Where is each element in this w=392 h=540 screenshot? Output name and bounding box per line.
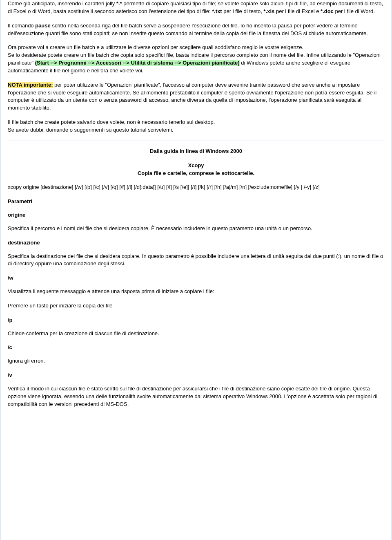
highlight-menu-path: (Start --> Programmi --> Accessori --> U… [35, 60, 240, 66]
text: Se avete dubbi, domande o suggerimenti s… [8, 127, 173, 133]
param-desc-destinazione: Specifica la destinazione dei file che s… [8, 253, 384, 268]
param-name-p: /p [8, 316, 384, 324]
divider [8, 141, 384, 141]
guide-subtitle: Copia file e cartelle, comprese le sotto… [138, 170, 254, 176]
paragraph-closing: Il file batch che create potete salvarlo… [8, 119, 384, 134]
document-body: Come già anticipato, inserendo i caratte… [0, 0, 392, 540]
syntax-line: xcopy origine [destinazione] [/w] [/p] [… [8, 184, 384, 191]
bold-text: pause [35, 22, 51, 29]
paragraph-pause: Il comando pause scritto nella seconda r… [8, 22, 384, 38]
param-desc-c: Ignora gli errori. [8, 357, 384, 365]
paragraph-try: Ora provate voi a creare un file batch e… [8, 44, 384, 74]
text: per poter utilizzare le "Operazioni pian… [8, 82, 376, 111]
bold-text: *.doc [321, 8, 334, 14]
highlight-nota: NOTA importante: [8, 82, 53, 88]
guide-heading: Dalla guida in linea di Windows 2000 [8, 148, 384, 155]
param-name-destinazione: destinazione [8, 239, 384, 247]
params-label: Parametri [8, 198, 384, 206]
text: scritto nella seconda riga del file batc… [8, 22, 368, 36]
param-desc-w-1: Visualizza il seguente messaggio e atten… [8, 288, 384, 296]
param-name-c: /c [8, 344, 384, 352]
param-desc-w-2: Premere un tasto per iniziare la copia d… [8, 302, 384, 310]
paragraph-nota: NOTA importante: per poter utilizzare le… [8, 81, 384, 112]
text: Il file batch che create potete salvarlo… [8, 119, 215, 125]
param-desc-v: Verifica il modo in cui ciascun file è s… [8, 385, 384, 408]
param-desc-p: Chiede conferma per la creazione di cias… [8, 330, 384, 338]
bold-text: *.xls [264, 8, 275, 14]
param-name-w: /w [8, 274, 384, 282]
bold-text: *.* [116, 0, 122, 7]
text: per i file di Excel e [274, 8, 321, 14]
param-desc-origine: Specifica il percorso e i nomi dei file … [8, 225, 384, 233]
param-name-v: /v [8, 372, 384, 379]
bold-text: *.txt [212, 8, 222, 14]
guide-title-block: Xcopy Copia file e cartelle, comprese le… [8, 162, 384, 177]
text: Il comando [8, 22, 35, 29]
paragraph-jolly: Come già anticipato, inserendo i caratte… [8, 0, 384, 16]
text: Come già anticipato, inserendo i caratte… [8, 0, 116, 7]
text: Ora provate voi a creare un file batch e… [8, 44, 303, 50]
guide-title: Xcopy [188, 162, 204, 168]
param-name-origine: origine [8, 211, 384, 219]
text: per i file di testo, [222, 8, 264, 14]
text: per i file di Word. [334, 8, 375, 14]
